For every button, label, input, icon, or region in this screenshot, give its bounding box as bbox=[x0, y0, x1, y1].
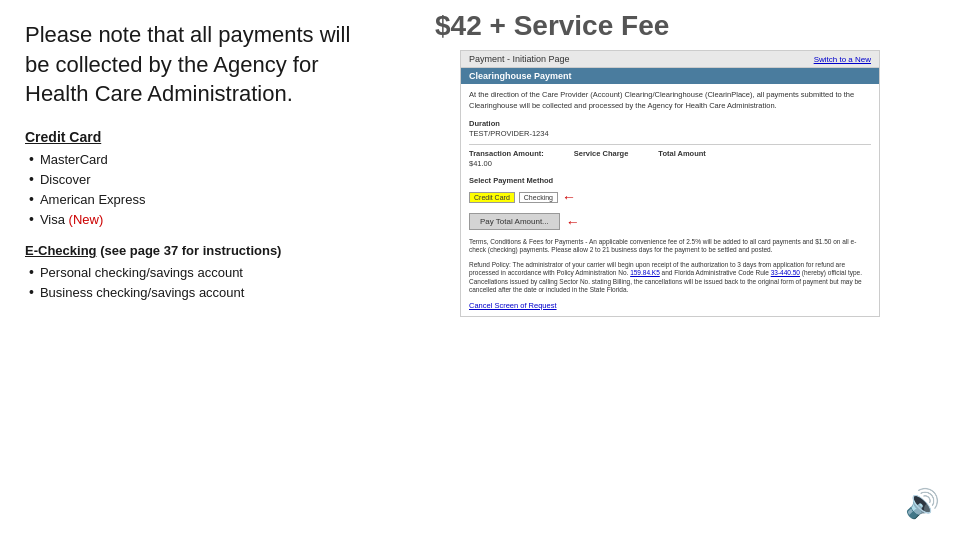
duration-field: Duration TEST/PROVIDER-1234 bbox=[469, 119, 549, 138]
service-col: Service Charge bbox=[574, 149, 629, 168]
refund-mid: and Florida Administrative Code Rule bbox=[660, 269, 771, 276]
visa-label: Visa (New) bbox=[40, 212, 103, 227]
list-item: Business checking/savings account bbox=[29, 284, 365, 300]
echecking-underline: E-Checking bbox=[25, 243, 97, 258]
payment-body: At the direction of the Care Provider (A… bbox=[461, 84, 879, 316]
intro-text: Please note that all payments will be co… bbox=[25, 20, 365, 109]
payment-options-row: Credit Card Checking ← bbox=[469, 189, 871, 205]
list-item: Personal checking/savings account bbox=[29, 264, 365, 280]
service-label: Service Charge bbox=[574, 149, 629, 158]
checking-option[interactable]: Checking bbox=[519, 192, 558, 203]
total-value bbox=[658, 159, 706, 168]
echecking-section: E-Checking (see page 37 for instructions… bbox=[25, 243, 365, 300]
payment-box: Payment - Initiation Page Switch to a Ne… bbox=[460, 50, 880, 317]
list-item: Visa (New) bbox=[29, 211, 365, 227]
echecking-list: Personal checking/savings account Busine… bbox=[29, 264, 365, 300]
clearinghouse-bar: Clearinghouse Payment bbox=[461, 68, 879, 84]
credit-card-option[interactable]: Credit Card bbox=[469, 192, 515, 203]
list-item: American Express bbox=[29, 191, 365, 207]
transaction-value: $41.00 bbox=[469, 159, 544, 168]
duration-label: Duration bbox=[469, 119, 549, 128]
refund-text: Refund Policy: The administrator of your… bbox=[469, 261, 871, 295]
pay-button[interactable]: Pay Total Amount... bbox=[469, 213, 560, 230]
amounts-row: Transaction Amount: $41.00 Service Charg… bbox=[469, 144, 871, 168]
amex-label: American Express bbox=[40, 192, 145, 207]
clearinghouse-label: Clearinghouse Payment bbox=[469, 71, 572, 81]
left-panel: Please note that all payments will be co… bbox=[0, 0, 390, 540]
echecking-title: E-Checking (see page 37 for instructions… bbox=[25, 243, 365, 258]
refund-link-1[interactable]: 159.84.K5 bbox=[630, 269, 660, 276]
credit-card-list: MasterCard Discover American Express Vis… bbox=[29, 151, 365, 227]
right-panel: $42 + Service Fee Payment - Initiation P… bbox=[390, 0, 960, 540]
new-badge: (New) bbox=[69, 212, 104, 227]
payment-page-title: Payment - Initiation Page bbox=[469, 54, 570, 64]
total-label: Total Amount bbox=[658, 149, 706, 158]
discover-label: Discover bbox=[40, 172, 91, 187]
switch-link[interactable]: Switch to a New bbox=[814, 55, 871, 64]
info-grid: Duration TEST/PROVIDER-1234 bbox=[469, 119, 871, 138]
credit-card-title: Credit Card bbox=[25, 129, 365, 145]
speaker-icon: 🔊 bbox=[905, 487, 940, 520]
select-payment-label: Select Payment Method bbox=[469, 176, 871, 185]
personal-checking-label: Personal checking/savings account bbox=[40, 265, 243, 280]
list-item: MasterCard bbox=[29, 151, 365, 167]
transaction-label: Transaction Amount: bbox=[469, 149, 544, 158]
duration-value: TEST/PROVIDER-1234 bbox=[469, 129, 549, 138]
notice-text: At the direction of the Care Provider (A… bbox=[469, 90, 871, 111]
service-value bbox=[574, 159, 629, 168]
echecking-rest: (see page 37 for instructions) bbox=[97, 243, 282, 258]
refund-link-2[interactable]: 33-440.50 bbox=[771, 269, 800, 276]
arrow-icon: ← bbox=[562, 189, 576, 205]
list-item: Discover bbox=[29, 171, 365, 187]
total-col: Total Amount bbox=[658, 149, 706, 168]
pay-button-row: Pay Total Amount... ← bbox=[469, 213, 871, 230]
payment-box-header: Payment - Initiation Page Switch to a Ne… bbox=[461, 51, 879, 68]
transaction-col: Transaction Amount: $41.00 bbox=[469, 149, 544, 168]
fee-label: $42 + Service Fee bbox=[435, 10, 669, 42]
mastercard-label: MasterCard bbox=[40, 152, 108, 167]
cancel-link[interactable]: Cancel Screen of Request bbox=[469, 301, 871, 310]
terms-text: Terms, Conditions & Fees for Payments - … bbox=[469, 238, 871, 255]
pay-arrow-icon: ← bbox=[566, 214, 580, 230]
business-checking-label: Business checking/savings account bbox=[40, 285, 245, 300]
